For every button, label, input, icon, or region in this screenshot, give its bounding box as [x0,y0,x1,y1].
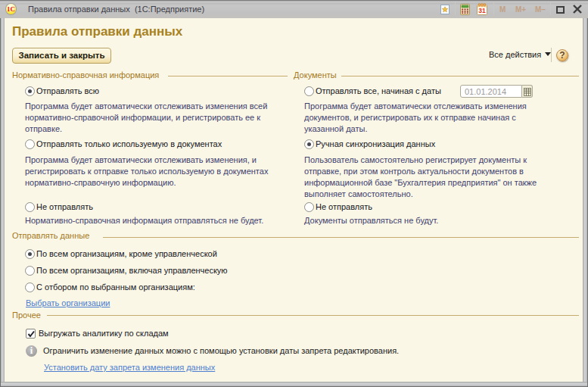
svg-text:31: 31 [478,7,486,14]
